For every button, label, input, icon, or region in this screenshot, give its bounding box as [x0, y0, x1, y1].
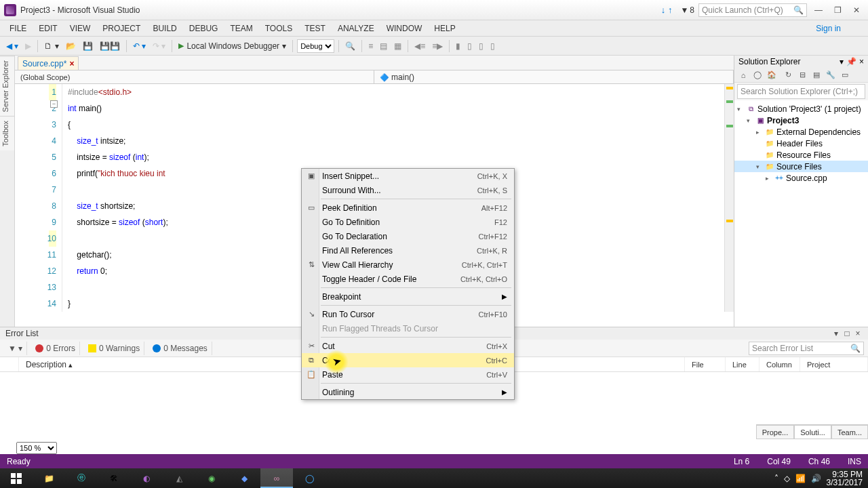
- menu-team[interactable]: TEAM: [224, 21, 258, 36]
- tree-node[interactable]: ▾▣Project3: [734, 115, 868, 126]
- start-button[interactable]: [0, 468, 33, 488]
- menu-analyze[interactable]: ANALYZE: [332, 21, 380, 36]
- app-icon-2[interactable]: ◆: [228, 468, 260, 488]
- panel-maximize-icon[interactable]: □: [842, 329, 852, 338]
- uncomment-button[interactable]: ▤: [378, 39, 389, 53]
- ctx-toggle-header-code-file[interactable]: Toggle Header / Code FileCtrl+K, Ctrl+O: [302, 272, 514, 286]
- ctx-breakpoint[interactable]: Breakpoint▶: [302, 289, 514, 304]
- warnings-filter[interactable]: 0 Warnings: [84, 342, 144, 355]
- undo-button[interactable]: ↶ ▾: [131, 39, 148, 53]
- menu-debug[interactable]: DEBUG: [184, 21, 224, 36]
- minimize-button[interactable]: —: [811, 4, 826, 16]
- new-project-button[interactable]: 🗋 ▾: [42, 39, 60, 53]
- quick-launch-input[interactable]: Quick Launch (Ctrl+Q)🔍: [698, 3, 807, 17]
- nav-back-button[interactable]: ◀ ▾: [4, 39, 20, 53]
- sol-collapse-icon[interactable]: ⊟: [796, 69, 808, 81]
- indent-more-button[interactable]: ≡▶: [430, 39, 445, 53]
- solution-search-input[interactable]: Search Solution Explorer (Ctrl+;): [737, 84, 865, 99]
- config-select[interactable]: Debug: [297, 39, 334, 53]
- ctx-peek-definition[interactable]: ▭Peek DefinitionAlt+F12: [302, 201, 514, 215]
- sol-refresh-icon[interactable]: ↻: [782, 69, 794, 81]
- menu-window[interactable]: WINDOW: [381, 21, 428, 36]
- tray-network-icon[interactable]: 📶: [795, 474, 806, 483]
- messages-filter[interactable]: 0 Messages: [149, 342, 212, 355]
- menu-build[interactable]: BUILD: [147, 21, 182, 36]
- ctx-go-to-definition[interactable]: Go To DefinitionF12: [302, 215, 514, 229]
- nav-fwd-button[interactable]: ▶: [23, 39, 33, 53]
- solution-tree[interactable]: ▾⧉Solution 'Project3' (1 project)▾▣Proje…: [734, 100, 868, 327]
- panel-dropdown-icon[interactable]: ▾: [840, 57, 844, 66]
- context-menu[interactable]: ▣Insert Snippet...Ctrl+K, XSurround With…: [301, 168, 515, 400]
- system-tray[interactable]: ˄ ◇ 📶 🔊 9:35 PM 3/31/2017: [774, 470, 868, 487]
- tray-up-icon[interactable]: ˄: [774, 474, 778, 483]
- misc-button-1[interactable]: ▮: [454, 39, 462, 53]
- sol-showall-icon[interactable]: ▤: [810, 69, 823, 81]
- tree-node[interactable]: ▾📁Source Files: [734, 161, 868, 172]
- eclipse-icon[interactable]: ◐: [130, 468, 163, 488]
- ctx-run-to-cursor[interactable]: ↘Run To CursorCtrl+F10: [302, 307, 514, 321]
- server-explorer-tab[interactable]: Server Explorer: [0, 56, 14, 116]
- redo-button[interactable]: ↷ ▾: [151, 39, 167, 53]
- col-file[interactable]: File: [685, 357, 726, 371]
- ctx-surround-with-[interactable]: Surround With...Ctrl+K, S: [302, 183, 514, 197]
- col-column[interactable]: Column: [760, 357, 800, 371]
- ctx-go-to-declaration[interactable]: Go To DeclarationCtrl+F12: [302, 229, 514, 243]
- tree-node[interactable]: 📁Resource Files: [734, 149, 868, 161]
- ie-icon[interactable]: ⓔ: [65, 468, 98, 488]
- ctx-paste[interactable]: 📋PasteCtrl+V: [302, 367, 514, 382]
- restore-button[interactable]: ❐: [830, 4, 845, 16]
- tray-dropbox-icon[interactable]: ◇: [784, 474, 790, 483]
- col-line[interactable]: Line: [726, 357, 760, 371]
- ctx-insert-snippet-[interactable]: ▣Insert Snippet...Ctrl+K, X: [302, 169, 514, 183]
- error-search-input[interactable]: Search Error List🔍: [749, 342, 864, 355]
- menu-file[interactable]: FILE: [4, 21, 32, 36]
- tree-node[interactable]: ▾⧉Solution 'Project3' (1 project): [734, 103, 868, 115]
- bookmark-button[interactable]: ▦: [392, 39, 403, 53]
- solution-tab[interactable]: Soluti...: [794, 425, 831, 439]
- open-file-button[interactable]: 📂: [64, 39, 78, 53]
- tab-source-cpp[interactable]: Source.cpp* ×: [18, 56, 79, 70]
- unity-icon[interactable]: ◭: [163, 468, 195, 488]
- sol-preview-icon[interactable]: ▭: [839, 69, 851, 81]
- task-manager-icon[interactable]: 🛠: [98, 468, 130, 488]
- cloud-sync-icon[interactable]: ↓ ↑: [661, 5, 673, 15]
- col-project[interactable]: Project: [800, 357, 868, 371]
- indent-less-button[interactable]: ◀≡: [412, 39, 427, 53]
- file-explorer-icon[interactable]: 📁: [33, 468, 65, 488]
- menu-edit[interactable]: EDIT: [33, 21, 62, 36]
- panel-pin-icon[interactable]: 📌: [846, 57, 856, 66]
- ctx-find-all-references[interactable]: Find All ReferencesCtrl+K, R: [302, 243, 514, 258]
- panel-close-icon[interactable]: ×: [853, 329, 863, 338]
- sol-back-icon[interactable]: ◯: [751, 69, 764, 81]
- toolbox-tab[interactable]: Toolbox: [0, 116, 14, 150]
- sol-properties-icon[interactable]: 🔧: [825, 69, 837, 81]
- app-icon-1[interactable]: ◉: [195, 468, 228, 488]
- visual-studio-icon[interactable]: ∞: [260, 468, 293, 488]
- panel-close-icon[interactable]: ×: [859, 57, 864, 66]
- menu-project[interactable]: PROJECT: [97, 21, 146, 36]
- filter-dropdown[interactable]: ▼ ▾: [4, 342, 27, 355]
- ctx-copy[interactable]: ⧉CopyCtrl+C: [302, 353, 514, 367]
- tree-node[interactable]: ▸📁External Dependencies: [734, 126, 868, 138]
- chrome-icon[interactable]: ◯: [293, 468, 326, 488]
- tree-node[interactable]: ▸++Source.cpp: [734, 172, 868, 184]
- menu-tools[interactable]: TOOLS: [260, 21, 298, 36]
- misc-button-3[interactable]: ▯: [477, 39, 486, 53]
- menu-test[interactable]: TEST: [299, 21, 331, 36]
- save-all-button[interactable]: 💾💾: [98, 39, 122, 53]
- col-icon[interactable]: [0, 357, 19, 371]
- overview-ruler[interactable]: [724, 84, 734, 312]
- sol-home2-icon[interactable]: 🏠: [766, 69, 778, 81]
- misc-button-4[interactable]: ▯: [488, 39, 497, 53]
- close-button[interactable]: ✕: [849, 4, 864, 16]
- tab-close-icon[interactable]: ×: [69, 59, 74, 68]
- ctx-view-call-hierarchy[interactable]: ⇅View Call HierarchyCtrl+K, Ctrl+T: [302, 258, 514, 272]
- fold-toggle-icon[interactable]: −: [50, 100, 58, 108]
- tray-volume-icon[interactable]: 🔊: [811, 474, 821, 483]
- ctx-cut[interactable]: ✂CutCtrl+X: [302, 339, 514, 353]
- properties-tab[interactable]: Prope...: [756, 425, 795, 439]
- scope-left[interactable]: (Global Scope): [15, 70, 374, 83]
- sign-in-link[interactable]: Sign in: [816, 24, 841, 33]
- team-tab[interactable]: Team...: [831, 425, 868, 439]
- ctx-outlining[interactable]: Outlining▶: [302, 385, 514, 399]
